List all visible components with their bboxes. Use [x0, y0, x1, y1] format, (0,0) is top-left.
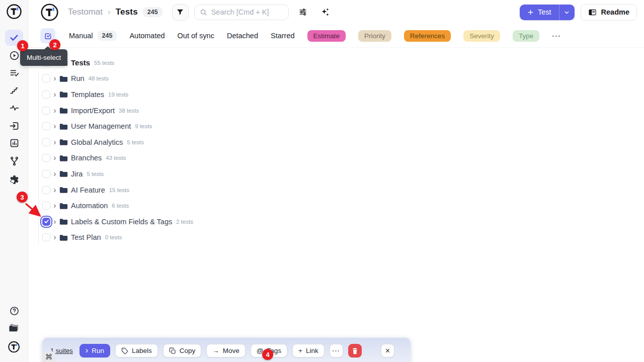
- row-checkbox[interactable]: [42, 170, 50, 178]
- sidebar-account-logo-icon[interactable]: [5, 339, 23, 355]
- sidebar-item-analytics-pulse[interactable]: [5, 100, 23, 116]
- tag-pill-type[interactable]: Type: [513, 30, 539, 42]
- project-logo-icon[interactable]: [40, 3, 59, 22]
- row-checkbox[interactable]: [42, 107, 50, 115]
- sidebar-item-test-plans[interactable]: [5, 65, 23, 81]
- labels-label: Labels: [132, 347, 152, 354]
- chevron-right-icon[interactable]: ›: [53, 74, 57, 82]
- row-label[interactable]: Test Plan: [71, 233, 101, 241]
- tree-row-user-management[interactable]: › User Management 9 tests: [28, 118, 644, 134]
- search-input[interactable]: [211, 8, 283, 16]
- annotation-badge-3: 3: [17, 192, 28, 203]
- chevron-right-icon[interactable]: ›: [53, 218, 57, 226]
- row-checkbox[interactable]: [42, 122, 50, 130]
- ai-sparkles-icon[interactable]: [320, 8, 330, 17]
- readme-button[interactable]: Readme: [581, 4, 637, 21]
- tab-starred[interactable]: Starred: [271, 32, 295, 40]
- sidebar-item-settings[interactable]: [5, 171, 23, 188]
- new-test-dropdown-button[interactable]: [559, 5, 575, 20]
- tree-row-test-plan[interactable]: › Test Plan 0 tests: [28, 230, 644, 246]
- testomat-logo-icon[interactable]: [6, 3, 23, 20]
- tab-automated[interactable]: Automated: [129, 32, 165, 40]
- row-label[interactable]: User Management: [71, 122, 131, 130]
- sidebar-item-import[interactable]: [5, 118, 23, 134]
- tree-row-run[interactable]: › Run 48 tests: [28, 71, 644, 87]
- run-button[interactable]: › Run: [79, 344, 110, 357]
- row-checkbox[interactable]: [42, 233, 50, 241]
- filter-button[interactable]: [172, 4, 189, 21]
- tag-pill-references[interactable]: References: [404, 30, 451, 42]
- tree-row-automation[interactable]: › Automation 6 tests: [28, 198, 644, 214]
- folder-icon: [59, 154, 68, 162]
- chevron-right-icon[interactable]: ›: [53, 186, 57, 194]
- sidebar-item-help[interactable]: [5, 303, 23, 319]
- row-checkbox[interactable]: [42, 186, 50, 194]
- chevron-right-icon[interactable]: ›: [53, 122, 57, 130]
- tab-detached[interactable]: Detached: [227, 32, 258, 40]
- tag-pill-severity[interactable]: Severity: [463, 30, 500, 42]
- run-label: Run: [92, 347, 104, 354]
- tag-icon: [121, 347, 128, 354]
- sidebar-item-steps[interactable]: [5, 82, 23, 99]
- row-label[interactable]: Import/Export: [71, 107, 115, 115]
- row-checkbox[interactable]: [42, 90, 50, 99]
- tab-out-of-sync[interactable]: Out of sync: [178, 32, 214, 40]
- new-test-split-button: Test: [520, 5, 575, 20]
- sidebar-item-projects[interactable]: [5, 320, 23, 336]
- chevron-right-icon[interactable]: ›: [53, 233, 57, 241]
- new-test-button[interactable]: Test: [520, 5, 559, 20]
- row-count: 2 tests: [176, 219, 193, 225]
- row-checkbox[interactable]: [42, 74, 50, 82]
- row-label[interactable]: Run: [71, 74, 85, 82]
- chevron-right-icon[interactable]: ›: [53, 138, 57, 146]
- sidebar-item-branches[interactable]: [5, 153, 23, 169]
- row-label[interactable]: Jira: [71, 170, 83, 178]
- link-label: Link: [306, 347, 318, 354]
- folder-icon: [59, 170, 68, 177]
- chevron-right-icon[interactable]: ›: [53, 107, 57, 115]
- chevron-right-icon[interactable]: ›: [53, 90, 57, 99]
- folder-icon: [59, 202, 68, 210]
- view-settings-icon[interactable]: [298, 8, 307, 17]
- more-actions-button[interactable]: ···: [330, 344, 343, 357]
- plus-icon: +: [298, 347, 302, 354]
- chevron-right-icon[interactable]: ›: [53, 202, 57, 210]
- tree-row-labels-custom-fields-tags[interactable]: › Labels & Custom Fields & Tags 2 tests: [28, 214, 644, 230]
- row-label[interactable]: Templates: [71, 90, 104, 99]
- labels-button[interactable]: Labels: [115, 344, 158, 357]
- tag-pill-estimate[interactable]: Estimate: [307, 30, 346, 42]
- tree-row-branches[interactable]: › Branches 43 tests: [28, 150, 644, 166]
- chevron-right-icon[interactable]: ›: [53, 170, 57, 178]
- tree-row-tests[interactable]: › Tests 55 tests: [28, 55, 644, 71]
- search-box[interactable]: [194, 5, 289, 20]
- sidebar-item-reports[interactable]: [5, 135, 23, 151]
- row-label[interactable]: Global Analytics: [71, 138, 123, 146]
- chevron-right-icon[interactable]: ›: [53, 154, 57, 162]
- tag-pill-priority[interactable]: Priority: [358, 30, 391, 42]
- link-button[interactable]: + Link: [292, 344, 325, 357]
- tab-manual[interactable]: Manual 245: [69, 31, 117, 41]
- move-button[interactable]: → Move: [206, 344, 246, 357]
- row-label[interactable]: Branches: [71, 154, 102, 162]
- tree-row-import-export[interactable]: › Import/Export 38 tests: [28, 103, 644, 119]
- row-label[interactable]: AI Feature: [71, 186, 105, 194]
- row-label[interactable]: Tests: [71, 58, 90, 67]
- row-checkbox[interactable]: [42, 154, 50, 162]
- command-icon: ⌘: [45, 352, 53, 361]
- breadcrumb-app[interactable]: Testomat: [68, 7, 103, 17]
- delete-button[interactable]: [348, 344, 362, 357]
- close-actions-bar-button[interactable]: ×: [381, 344, 394, 357]
- more-pills-button[interactable]: ···: [552, 32, 561, 40]
- tree-row-templates[interactable]: › Templates 19 tests: [28, 86, 644, 103]
- tree-row-ai-feature[interactable]: › AI Feature 15 tests: [28, 182, 644, 198]
- row-label[interactable]: Automation: [71, 202, 108, 210]
- tooltip-text: Multi-select: [27, 54, 61, 61]
- copy-button[interactable]: Copy: [163, 344, 202, 357]
- arrow-right-icon: →: [212, 347, 219, 354]
- tree-row-jira[interactable]: › Jira 5 tests: [28, 166, 644, 182]
- row-count: 5 tests: [87, 171, 104, 177]
- row-label[interactable]: Labels & Custom Fields & Tags: [71, 218, 172, 226]
- row-checkbox[interactable]: [42, 138, 50, 146]
- tree-row-global-analytics[interactable]: › Global Analytics 5 tests: [28, 134, 644, 150]
- play-chevron-icon: ›: [86, 346, 88, 354]
